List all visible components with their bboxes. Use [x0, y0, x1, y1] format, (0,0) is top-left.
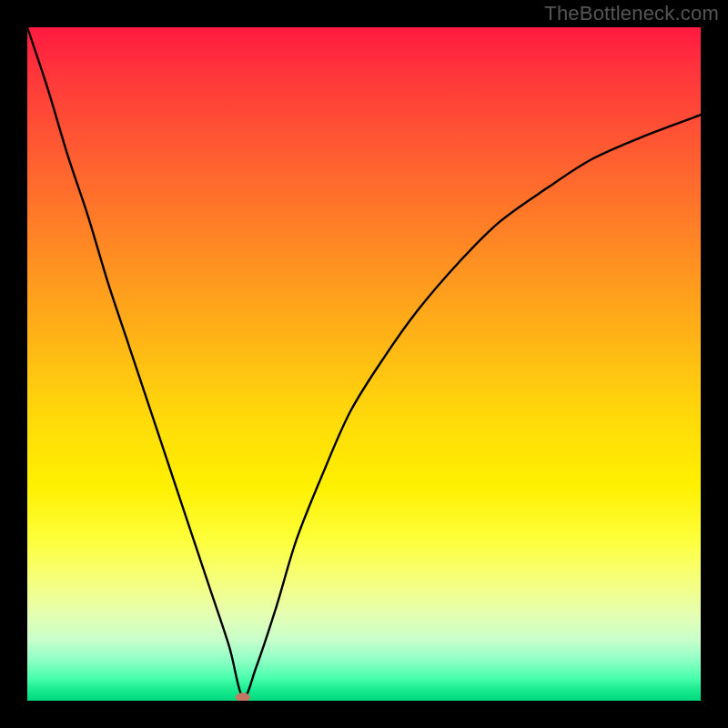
watermark-text: TheBottleneck.com — [544, 2, 719, 25]
plot-area — [27, 27, 701, 701]
bottleneck-curve-svg — [27, 27, 701, 701]
chart-stage: TheBottleneck.com — [0, 0, 728, 728]
bottleneck-curve-path — [27, 27, 701, 698]
